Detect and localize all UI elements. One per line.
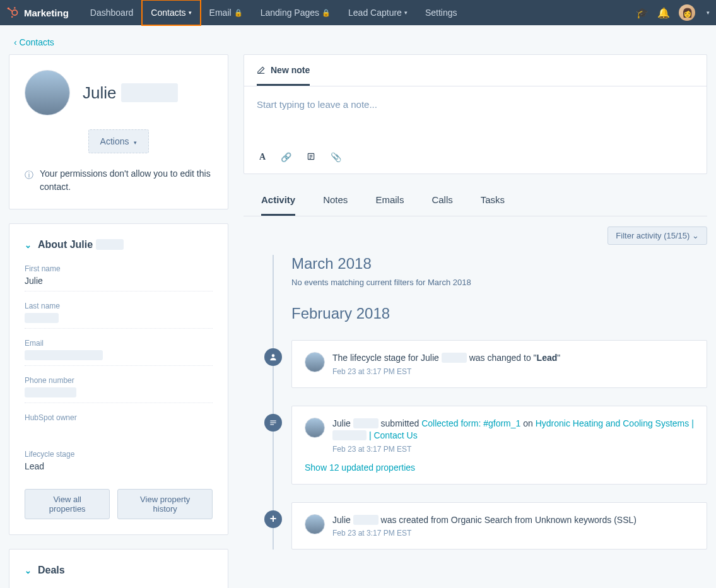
field-phone[interactable]: Phone number: [25, 376, 213, 403]
field-value: Julie: [25, 276, 213, 287]
note-tabs: New note: [244, 55, 707, 86]
profile-row: Julie: [25, 70, 213, 115]
timeline-line: [273, 255, 274, 550]
nav-label: Dashboard: [90, 8, 134, 18]
tab-notes[interactable]: Notes: [323, 185, 348, 216]
field-label: Phone number: [25, 376, 213, 385]
field-label: Lifecycle stage: [25, 450, 213, 459]
nav-contacts[interactable]: Contacts▾: [142, 0, 200, 25]
field-last-name[interactable]: Last name: [25, 302, 213, 329]
event-row: Julie was created from Organic Search fr…: [305, 514, 694, 538]
text: submitted: [379, 418, 421, 428]
nav-right: 🎓 🔔 👩 ▾: [636, 4, 710, 21]
field-owner[interactable]: HubSpot owner: [25, 413, 213, 440]
redacted: [25, 350, 103, 360]
event-row: Julie submitted Collected form: #gform_1…: [305, 418, 694, 454]
redacted: [332, 430, 367, 440]
nav-label: Contacts: [151, 8, 185, 18]
field-value: [25, 425, 213, 436]
note-card: New note A 🔗 📎: [244, 54, 707, 174]
filter-label: Filter activity (15/15): [616, 231, 690, 240]
caret-down-icon[interactable]: ▾: [707, 9, 710, 16]
tab-emails[interactable]: Emails: [375, 185, 404, 216]
redacted: [353, 515, 379, 525]
view-property-history-button[interactable]: View property history: [117, 489, 213, 519]
svg-point-4: [11, 16, 13, 17]
event-row: The lifecycle stage for Julie was change…: [305, 352, 694, 376]
chevron-down-icon: ⌄: [25, 240, 32, 250]
nav-label: Settings: [425, 8, 457, 18]
about-header-text: About Julie: [38, 239, 93, 250]
about-header[interactable]: ⌄ About Julie: [25, 239, 213, 250]
contact-header-card: Julie Actions ▾ ⓘ Your permissions don't…: [9, 54, 228, 209]
field-lifecycle[interactable]: Lifecycle stage Lead: [25, 450, 213, 476]
svg-point-3: [14, 7, 16, 9]
text: | Contact Us: [367, 430, 418, 440]
month-heading: February 2018: [291, 305, 707, 322]
bell-icon[interactable]: 🔔: [657, 7, 670, 19]
event-time: Feb 23 at 3:17 PM EST: [332, 529, 637, 538]
note-body: [244, 86, 707, 152]
lock-icon: 🔒: [234, 9, 243, 17]
redacted: [25, 313, 59, 323]
event-contact-created[interactable]: + Julie was created from Organic Search …: [291, 502, 707, 550]
month-empty-text: No events matching current filters for M…: [291, 278, 707, 287]
field-label: Email: [25, 339, 213, 348]
text-format-icon[interactable]: A: [259, 152, 266, 162]
text: was changed to ": [467, 353, 537, 363]
info-icon: ⓘ: [25, 168, 33, 194]
actions-button[interactable]: Actions ▾: [88, 129, 150, 153]
about-buttons: View all properties View property histor…: [25, 489, 213, 519]
nav-landing-pages[interactable]: Landing Pages🔒: [252, 0, 339, 25]
attachment-icon[interactable]: 📎: [331, 152, 341, 162]
nav-lead-capture[interactable]: Lead Capture▾: [339, 0, 416, 25]
event-avatar: [305, 418, 325, 438]
field-email[interactable]: Email: [25, 339, 213, 366]
timeline-february: February 2018 The lifecycle stage for Ju…: [291, 305, 707, 550]
form-link[interactable]: Collected form: #gform_1: [421, 418, 520, 428]
link-icon[interactable]: 🔗: [281, 152, 291, 162]
show-updated-properties-link[interactable]: Show 12 updated properties: [305, 462, 694, 473]
subnav: Contacts: [0, 25, 716, 54]
note-tab-label: New note: [271, 65, 310, 75]
field-value: Lead: [25, 461, 213, 473]
view-all-properties-button[interactable]: View all properties: [25, 489, 110, 519]
field-value: [25, 350, 213, 362]
event-form-submission[interactable]: Julie submitted Collected form: #gform_1…: [291, 406, 707, 485]
month-heading: March 2018: [291, 255, 707, 273]
filter-activity-button[interactable]: Filter activity (15/15) ⌄: [607, 226, 707, 245]
about-card: ⌄ About Julie First name Julie Last name…: [9, 223, 228, 535]
chevron-down-icon: ⌄: [25, 566, 32, 575]
nav-label: Lead Capture: [348, 8, 402, 18]
permission-notice: ⓘ Your permissions don't allow you to ed…: [25, 167, 213, 194]
note-input[interactable]: [257, 99, 694, 137]
contact-icon: [264, 348, 282, 366]
deals-header[interactable]: ⌄ Deals: [25, 565, 213, 576]
breadcrumb-contacts[interactable]: Contacts: [14, 37, 54, 47]
svg-rect-12: [270, 424, 274, 425]
contact-last-name-redacted: [121, 83, 178, 102]
snippet-icon[interactable]: [307, 152, 315, 162]
form-icon: [264, 414, 282, 432]
caret-down-icon: ▾: [404, 9, 408, 16]
academy-icon[interactable]: 🎓: [636, 7, 649, 19]
note-toolbar: A 🔗 📎: [244, 152, 707, 173]
event-lifecycle-change[interactable]: The lifecycle stage for Julie was change…: [291, 340, 707, 388]
nav-email[interactable]: Email🔒: [201, 0, 252, 25]
tab-calls[interactable]: Calls: [431, 185, 452, 216]
user-avatar[interactable]: 👩: [679, 4, 695, 21]
nav-dashboard[interactable]: Dashboard: [81, 0, 143, 25]
svg-point-0: [12, 10, 17, 15]
svg-rect-10: [270, 420, 276, 421]
tab-activity[interactable]: Activity: [261, 185, 295, 216]
field-first-name[interactable]: First name Julie: [25, 264, 213, 291]
event-text: The lifecycle stage for Julie was change…: [332, 352, 560, 365]
field-label: First name: [25, 264, 213, 273]
event-text: Julie was created from Organic Search fr…: [332, 514, 637, 527]
caret-down-icon: ▾: [189, 9, 192, 16]
field-value: [25, 313, 213, 324]
tab-tasks[interactable]: Tasks: [481, 185, 505, 216]
nav-settings[interactable]: Settings: [416, 0, 466, 25]
timeline: March 2018 No events matching current fi…: [244, 255, 707, 550]
new-note-tab[interactable]: New note: [257, 65, 310, 86]
